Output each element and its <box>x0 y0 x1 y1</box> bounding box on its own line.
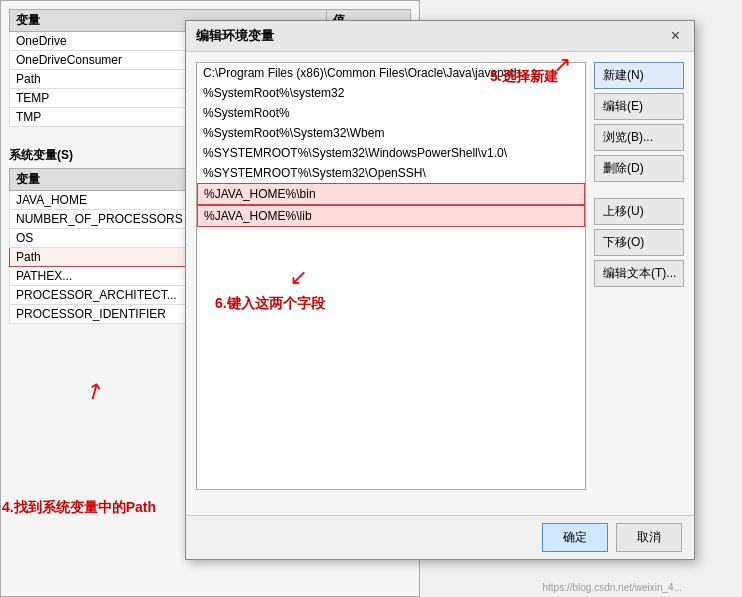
dialog-footer: 确定 取消 <box>186 515 694 559</box>
browse-button[interactable]: 浏览(B)... <box>594 124 684 151</box>
new-button[interactable]: 新建(N) <box>594 62 684 89</box>
move-down-button[interactable]: 下移(O) <box>594 229 684 256</box>
dialog-buttons: 新建(N)编辑(E)浏览(B)...删除(D)上移(U)下移(O)编辑文本(T)… <box>594 62 684 490</box>
path-list-item[interactable]: %SYSTEMROOT%\System32\WindowsPowerShell\… <box>197 143 585 163</box>
dialog-body: C:\Program Files (x86)\Common Files\Orac… <box>186 52 694 500</box>
watermark: https://blog.csdn.net/weixin_4... <box>542 582 682 593</box>
edit-dialog: 编辑环境变量 × C:\Program Files (x86)\Common F… <box>185 20 695 560</box>
cancel-button[interactable]: 取消 <box>616 523 682 552</box>
path-list[interactable]: C:\Program Files (x86)\Common Files\Orac… <box>196 62 586 490</box>
edit-button[interactable]: 编辑(E) <box>594 93 684 120</box>
path-list-item[interactable]: %SYSTEMROOT%\System32\OpenSSH\ <box>197 163 585 183</box>
arrow-step6: ↗ <box>290 265 308 291</box>
annotation-step4: 4.找到系统变量中的Path <box>2 499 156 517</box>
move-up-button[interactable]: 上移(U) <box>594 198 684 225</box>
path-list-item[interactable]: %SystemRoot%\system32 <box>197 83 585 103</box>
dialog-title-bar: 编辑环境变量 × <box>186 21 694 52</box>
path-list-item[interactable]: %SystemRoot% <box>197 103 585 123</box>
ok-button[interactable]: 确定 <box>542 523 608 552</box>
close-button[interactable]: × <box>667 27 684 45</box>
delete-button[interactable]: 删除(D) <box>594 155 684 182</box>
path-list-item[interactable]: %JAVA_HOME%\lib <box>197 205 585 227</box>
arrow-step5: ↗ <box>553 52 571 78</box>
dialog-title: 编辑环境变量 <box>196 27 274 45</box>
edit-text-button[interactable]: 编辑文本(T)... <box>594 260 684 287</box>
path-list-item[interactable]: %JAVA_HOME%\bin <box>197 183 585 205</box>
annotation-step6: 6.键入这两个字段 <box>215 295 325 313</box>
annotation-step5: 5.选择新建 <box>490 68 558 86</box>
button-spacer <box>594 186 684 194</box>
path-list-item[interactable]: %SystemRoot%\System32\Wbem <box>197 123 585 143</box>
